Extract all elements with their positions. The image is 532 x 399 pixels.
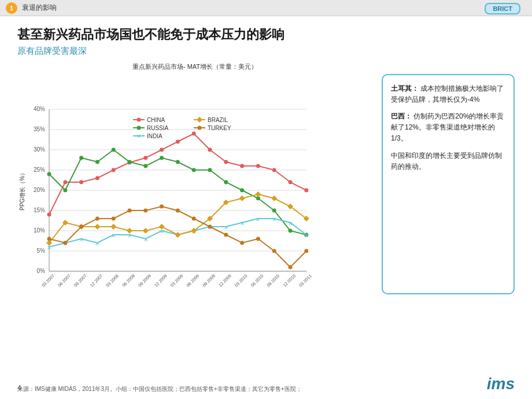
svg-point-48 — [208, 147, 212, 152]
svg-text:✕: ✕ — [143, 237, 148, 243]
svg-point-60 — [128, 160, 132, 164]
svg-text:✕: ✕ — [224, 224, 228, 231]
svg-text:09 2010: 09 2010 — [266, 273, 281, 288]
svg-text:25%: 25% — [34, 167, 45, 173]
svg-point-57 — [79, 156, 83, 160]
svg-point-63 — [176, 160, 180, 164]
svg-point-120 — [272, 249, 276, 253]
header-title: 衰退的影响 — [22, 3, 57, 13]
svg-text:10%: 10% — [34, 227, 45, 234]
svg-rect-102 — [255, 191, 261, 197]
turkey-label: 土耳其： — [391, 84, 419, 93]
svg-point-111 — [128, 208, 132, 212]
slide-number: 1 — [6, 2, 17, 14]
svg-point-118 — [240, 241, 244, 245]
svg-point-54 — [304, 188, 308, 192]
svg-point-46 — [176, 139, 180, 143]
svg-point-112 — [143, 208, 147, 212]
svg-rect-92 — [94, 224, 100, 230]
svg-text:12 2010: 12 2010 — [282, 273, 297, 288]
svg-point-114 — [176, 208, 180, 212]
svg-point-69 — [272, 208, 276, 212]
china-india-info: 中国和印度的增长主要受到品牌仿制药的推动。 — [391, 150, 505, 172]
svg-point-109 — [95, 216, 99, 220]
svg-text:03 2010: 03 2010 — [234, 273, 249, 288]
svg-point-108 — [79, 224, 83, 228]
svg-point-61 — [143, 164, 147, 168]
svg-point-52 — [272, 168, 276, 172]
svg-point-39 — [63, 180, 67, 184]
svg-rect-93 — [110, 224, 116, 230]
brazil-label: 巴西： — [391, 112, 412, 120]
svg-rect-103 — [271, 195, 277, 201]
chart-container: 0% 5% 10% 15% 20% 25% 30% 35% 40% PPG增长（… — [17, 75, 318, 294]
main-content: 甚至新兴药品市场国也不能免于成本压力的影响 原有品牌受害最深 重点新兴药品市场-… — [0, 16, 532, 300]
svg-point-55 — [47, 172, 51, 176]
svg-text:40%: 40% — [34, 106, 45, 112]
svg-text:12 2009: 12 2009 — [217, 273, 232, 288]
svg-point-122 — [304, 249, 308, 253]
svg-rect-133 — [197, 117, 202, 123]
brict-badge: BRICT — [485, 3, 520, 14]
svg-point-136 — [198, 125, 202, 130]
svg-point-115 — [192, 216, 196, 220]
brazil-info: 巴西： 仿制药为巴西20%的增长率贡献了12%。非零售渠道绝对增长的1/3。 — [391, 111, 505, 145]
svg-point-107 — [63, 241, 67, 245]
svg-text:09 2008: 09 2008 — [137, 273, 152, 288]
svg-point-119 — [256, 237, 260, 241]
svg-text:12 2007: 12 2007 — [89, 273, 104, 288]
svg-point-106 — [47, 237, 51, 241]
svg-text:03 2008: 03 2008 — [105, 273, 120, 288]
svg-text:35%: 35% — [34, 126, 45, 132]
svg-point-67 — [240, 188, 244, 192]
header-bar: 1 衰退的影响 — [0, 0, 532, 16]
svg-text:15%: 15% — [34, 207, 45, 213]
page-number: 4 — [17, 384, 21, 392]
svg-text:RUSSIA: RUSSIA — [147, 125, 169, 131]
svg-rect-95 — [143, 228, 149, 234]
svg-point-113 — [160, 204, 164, 208]
svg-point-66 — [224, 180, 228, 184]
svg-text:CHINA: CHINA — [147, 117, 165, 123]
svg-point-124 — [137, 117, 141, 121]
svg-point-62 — [160, 156, 164, 160]
svg-point-44 — [143, 156, 147, 160]
footer-source: 来源：IMS健康 MIDAS，2011年3月。小组：中国仅包括医院；巴西包括零售… — [17, 385, 302, 393]
svg-point-53 — [289, 180, 293, 184]
svg-text:06 2010: 06 2010 — [250, 273, 265, 288]
svg-point-38 — [47, 212, 51, 216]
svg-text:PPG增长（%）: PPG增长（%） — [19, 170, 25, 210]
svg-point-110 — [112, 216, 116, 220]
chart-title: 重点新兴药品市场- MAT增长（常量：美元） — [17, 62, 372, 71]
svg-text:03 2009: 03 2009 — [169, 273, 184, 288]
ims-logo: ims — [487, 375, 515, 393]
svg-text:✕: ✕ — [111, 232, 116, 239]
svg-point-64 — [192, 168, 196, 172]
svg-point-40 — [79, 180, 83, 184]
sub-title: 原有品牌受害最深 — [17, 46, 515, 57]
svg-point-45 — [160, 147, 164, 152]
chart-svg: 0% 5% 10% 15% 20% 25% 30% 35% 40% PPG增长（… — [17, 75, 318, 294]
svg-text:20%: 20% — [34, 187, 45, 193]
svg-point-56 — [63, 188, 67, 192]
svg-point-117 — [224, 232, 228, 237]
svg-point-70 — [289, 228, 293, 232]
svg-rect-101 — [239, 195, 245, 201]
svg-text:INDIA: INDIA — [147, 133, 162, 139]
turkey-info: 土耳其： 成本控制措施极大地影响了受保护品牌，其增长仅为-4% — [391, 83, 505, 105]
svg-text:06 2009: 06 2009 — [186, 273, 201, 288]
svg-text:✕: ✕ — [136, 133, 141, 139]
chart-section: 重点新兴药品市场- MAT增长（常量：美元） — [17, 62, 515, 294]
svg-text:09 2007: 09 2007 — [73, 273, 88, 288]
main-title: 甚至新兴药品市场国也不能免于成本压力的影响 — [17, 27, 515, 43]
footer: 来源：IMS健康 MIDAS，2011年3月。小组：中国仅包括医院；巴西包括零售… — [17, 385, 515, 393]
svg-point-116 — [208, 224, 212, 228]
svg-point-51 — [256, 164, 260, 168]
svg-point-49 — [224, 160, 228, 164]
svg-text:✕: ✕ — [95, 241, 99, 247]
svg-text:✕: ✕ — [240, 220, 245, 227]
svg-text:03 2007: 03 2007 — [40, 273, 56, 288]
svg-point-47 — [192, 131, 196, 135]
svg-text:TURKEY: TURKEY — [208, 125, 231, 131]
info-box: 土耳其： 成本控制措施极大地影响了受保护品牌，其增长仅为-4% 巴西： 仿制药为… — [382, 74, 515, 294]
